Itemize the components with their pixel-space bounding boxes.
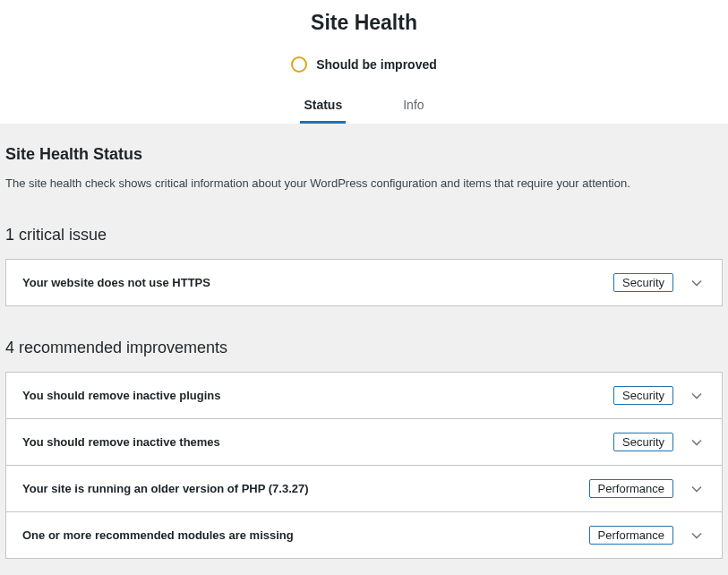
issue-title: You should remove inactive plugins xyxy=(22,389,221,402)
recommended-heading: 4 recommended improvements xyxy=(5,339,723,357)
issue-title: One or more recommended modules are miss… xyxy=(22,528,294,542)
critical-issues-group: 1 critical issue Your website does not u… xyxy=(5,226,723,306)
chevron-down-icon xyxy=(688,387,706,405)
tab-status[interactable]: Status xyxy=(300,89,346,124)
recommended-issues-group: 4 recommended improvements You should re… xyxy=(5,339,723,559)
chevron-down-icon xyxy=(688,480,706,498)
status-circle-icon xyxy=(291,56,307,73)
content: Site Health Status The site health check… xyxy=(0,124,728,575)
issue-title: You should remove inactive themes xyxy=(22,435,220,449)
issue-right: Security xyxy=(613,386,706,405)
issue-title: Your site is running an older version of… xyxy=(22,482,309,495)
status-section-desc: The site health check shows critical inf… xyxy=(5,176,723,190)
issue-right: Performance xyxy=(589,479,706,498)
badge-performance: Performance xyxy=(589,526,673,545)
issue-row[interactable]: You should remove inactive plugins Secur… xyxy=(5,372,723,419)
page-title: Site Health xyxy=(0,7,728,46)
critical-heading: 1 critical issue xyxy=(5,226,723,245)
tabs: Status Info xyxy=(0,89,728,124)
issue-row[interactable]: One or more recommended modules are miss… xyxy=(5,512,723,559)
issue-right: Performance xyxy=(589,526,706,545)
badge-performance: Performance xyxy=(589,479,673,498)
chevron-down-icon xyxy=(688,433,706,451)
status-indicator: Should be improved xyxy=(0,46,728,89)
header: Site Health Should be improved Status In… xyxy=(0,0,728,124)
issue-right: Security xyxy=(613,273,706,292)
tab-info[interactable]: Info xyxy=(399,89,427,124)
chevron-down-icon xyxy=(688,527,706,545)
badge-security: Security xyxy=(613,433,673,451)
issue-right: Security xyxy=(613,433,706,451)
chevron-down-icon xyxy=(688,274,706,292)
badge-security: Security xyxy=(613,386,673,405)
status-text: Should be improved xyxy=(316,57,437,72)
issue-title: Your website does not use HTTPS xyxy=(22,276,210,289)
badge-security: Security xyxy=(613,273,673,292)
issue-row[interactable]: Your website does not use HTTPS Security xyxy=(5,259,723,306)
issue-row[interactable]: Your site is running an older version of… xyxy=(5,466,723,512)
status-section-title: Site Health Status xyxy=(5,145,723,164)
issue-row[interactable]: You should remove inactive themes Securi… xyxy=(5,419,723,466)
